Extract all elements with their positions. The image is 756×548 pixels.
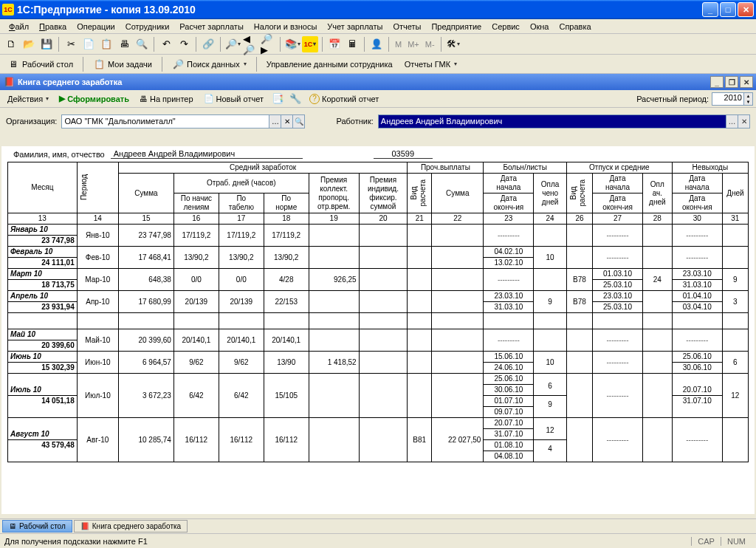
emp-data-label: Управление данными сотрудника: [267, 60, 393, 69]
tasks-label: Мои задачи: [108, 60, 152, 69]
print-button[interactable]: 🖶На принтер: [135, 92, 198, 106]
search-label: Поиск данных: [187, 60, 240, 69]
sub-toolbar: Действия▾ ▶Сформировать 🖶На принтер 📄Нов…: [0, 90, 756, 108]
sub-restore-button[interactable]: ❐: [725, 76, 738, 88]
book-icon: 📕: [3, 76, 15, 88]
menu-operations[interactable]: Операции: [72, 21, 119, 32]
sub-minimize-button[interactable]: _: [710, 76, 724, 88]
period-label: Расчетный период:: [636, 95, 709, 103]
subwindow-title: Книга среднего заработка: [18, 78, 122, 86]
new-report-button[interactable]: 📄Новый отчет: [199, 92, 268, 106]
worker-input[interactable]: Андреев Андрей Владимирович …✕: [378, 114, 750, 129]
titlebar: 1C 1С:Предприятие - копия 13.09.2010 _ □…: [0, 0, 756, 19]
menu-reports[interactable]: Отчеты: [388, 21, 425, 32]
preview-icon[interactable]: 🔍: [134, 36, 150, 52]
app-icon: 1C: [2, 4, 14, 16]
my-tasks-tab[interactable]: 📋Мои задачи: [89, 57, 157, 72]
desktop-tab[interactable]: 🖥Рабочий стол: [3, 57, 78, 72]
menubar: Файл Правка Операции Сотрудники Расчет з…: [0, 19, 756, 34]
gmk-reports-tab[interactable]: Отчеты ГМК▾: [400, 58, 461, 70]
menu-salary[interactable]: Расчет зарплаты: [175, 21, 248, 32]
desktop-label: Рабочий стол: [22, 60, 73, 69]
tasks-icon: 📋: [93, 58, 105, 70]
menu-help[interactable]: Справка: [554, 21, 595, 32]
search-icon: 🔎: [172, 58, 184, 70]
generate-button[interactable]: ▶Сформировать: [55, 92, 134, 106]
paste-icon[interactable]: 📋: [98, 36, 114, 52]
gmk-label: Отчеты ГМК: [405, 60, 450, 69]
menu-enterprise[interactable]: Предприятие: [427, 21, 486, 32]
1c-icon[interactable]: 1C▾: [302, 36, 318, 52]
menu-taxes[interactable]: Налоги и взносы: [250, 21, 322, 32]
calc-icon[interactable]: 🖩: [344, 36, 360, 52]
search-data-tab[interactable]: 🔎Поиск данных▾: [168, 57, 251, 72]
worker-ellipsis-icon[interactable]: …: [726, 115, 738, 128]
main-toolbar: 🗋 📂 💾 ✂ 📄 📋 🖶 🔍 ↶ ↷ 🔗 🔎▾ ◀🔎 🔎▶ 📚▾ 1C▾ 📅 …: [0, 34, 756, 55]
catalog-icon[interactable]: 📚▾: [284, 36, 300, 52]
menu-file[interactable]: Файл: [4, 21, 33, 32]
close-button[interactable]: ✕: [738, 2, 754, 17]
worker-label: Работник:: [336, 117, 373, 126]
menu-edit[interactable]: Правка: [35, 21, 71, 32]
find-icon[interactable]: 🔎▾: [224, 36, 241, 52]
menu-employees[interactable]: Сотрудники: [121, 21, 174, 32]
menu-service[interactable]: Сервис: [487, 21, 524, 32]
org-input[interactable]: ОАО "ГМК "Дальполиметалл" …✕🔍: [61, 114, 305, 129]
open-icon[interactable]: 📂: [21, 36, 37, 52]
menu-salary-acct[interactable]: Учет зарплаты: [323, 21, 387, 32]
find-prev-icon[interactable]: ◀🔎: [242, 36, 258, 52]
cut-icon[interactable]: ✂: [63, 36, 79, 52]
clear-icon[interactable]: ✕: [281, 115, 292, 128]
tool2-icon[interactable]: 🔧: [287, 91, 303, 107]
tool1-icon[interactable]: 📑: [269, 91, 286, 107]
filter-row: Организация: ОАО "ГМК "Дальполиметалл" ……: [0, 112, 756, 130]
new-report-icon: 📄: [204, 94, 214, 103]
calendar-icon[interactable]: 📅: [326, 36, 343, 52]
play-icon: ▶: [59, 94, 65, 103]
menu-windows[interactable]: Окна: [526, 21, 554, 32]
secondary-toolbar: 🖥Рабочий стол 📋Мои задачи 🔎Поиск данных▾…: [0, 55, 756, 74]
link-icon[interactable]: 🔗: [200, 36, 216, 52]
org-label: Организация:: [6, 117, 57, 126]
print-icon[interactable]: 🖶: [116, 36, 132, 52]
help-icon: ?: [309, 94, 320, 104]
short-report-button[interactable]: ?Короткий отчет: [305, 92, 383, 106]
period-input[interactable]: 2010 ▲▼: [712, 92, 753, 106]
subwindow-titlebar: 📕 Книга среднего заработка _ ❐ ✕: [0, 74, 756, 90]
tools-icon[interactable]: 🛠▾: [445, 36, 461, 52]
maximize-button[interactable]: □: [720, 2, 736, 17]
m-minus-button[interactable]: M-: [423, 40, 437, 49]
window-title: 1С:Предприятие - копия 13.09.2010: [17, 4, 702, 16]
period-spinner[interactable]: ▲▼: [743, 93, 752, 105]
actions-button[interactable]: Действия▾: [3, 92, 53, 106]
copy-icon[interactable]: 📄: [80, 36, 97, 52]
worker-clear-icon[interactable]: ✕: [738, 115, 749, 128]
undo-icon[interactable]: ↶: [158, 36, 174, 52]
minimize-button[interactable]: _: [702, 2, 718, 17]
lookup-icon[interactable]: 🔍: [292, 115, 304, 128]
printer-icon: 🖶: [140, 95, 148, 103]
desktop-icon: 🖥: [7, 58, 19, 70]
user-icon[interactable]: 👤: [368, 36, 385, 52]
sub-close-button[interactable]: ✕: [740, 76, 753, 88]
find-next-icon[interactable]: 🔎▶: [260, 36, 276, 52]
ellipsis-icon[interactable]: …: [269, 115, 281, 128]
emp-data-tab[interactable]: Управление данными сотрудника: [262, 58, 397, 70]
new-doc-icon[interactable]: 🗋: [3, 36, 19, 52]
save-icon[interactable]: 💾: [38, 36, 55, 52]
m-plus-button[interactable]: M+: [405, 40, 422, 49]
redo-icon[interactable]: ↷: [176, 36, 192, 52]
m-button[interactable]: M: [393, 40, 404, 49]
